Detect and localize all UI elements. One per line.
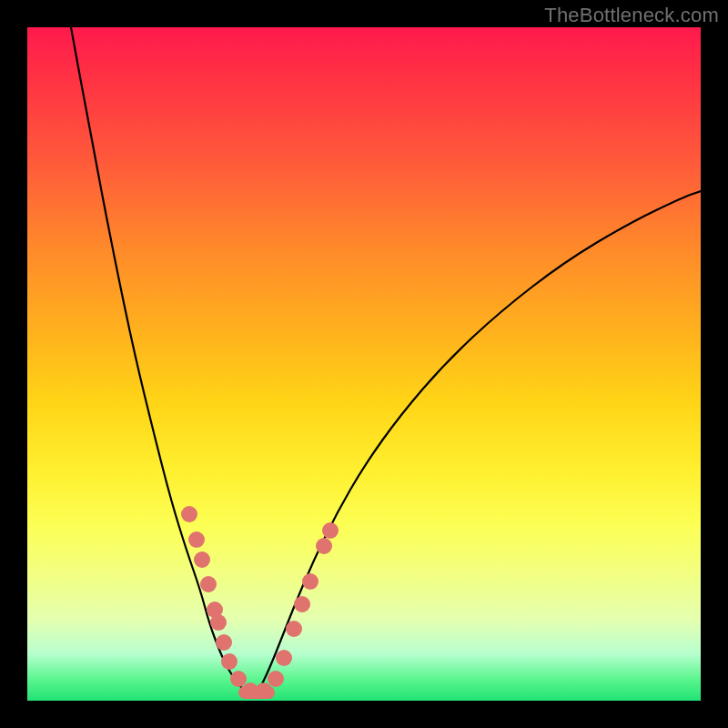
highlight-dot <box>210 614 227 631</box>
highlight-dot <box>276 650 292 666</box>
highlight-dot <box>188 531 205 548</box>
highlight-dot <box>200 576 217 592</box>
highlight-dot <box>286 621 302 637</box>
highlight-dot <box>268 671 284 687</box>
highlight-dot <box>316 538 332 554</box>
left-curve <box>71 27 255 697</box>
highlight-dot <box>322 522 339 539</box>
highlight-dot <box>294 596 310 612</box>
highlight-dot <box>256 682 272 699</box>
highlight-dot <box>216 634 232 651</box>
watermark-text: TheBottleneck.com <box>544 4 719 27</box>
right-curve <box>255 191 701 697</box>
highlight-dot <box>221 653 238 670</box>
chart-frame: TheBottleneck.com <box>0 0 728 728</box>
plot-area <box>27 27 701 701</box>
highlight-dot <box>302 573 318 590</box>
chart-svg <box>27 27 701 701</box>
highlight-dot <box>194 551 210 568</box>
highlight-dots <box>181 506 339 699</box>
highlight-dot <box>181 506 197 522</box>
highlight-dot <box>230 671 247 687</box>
